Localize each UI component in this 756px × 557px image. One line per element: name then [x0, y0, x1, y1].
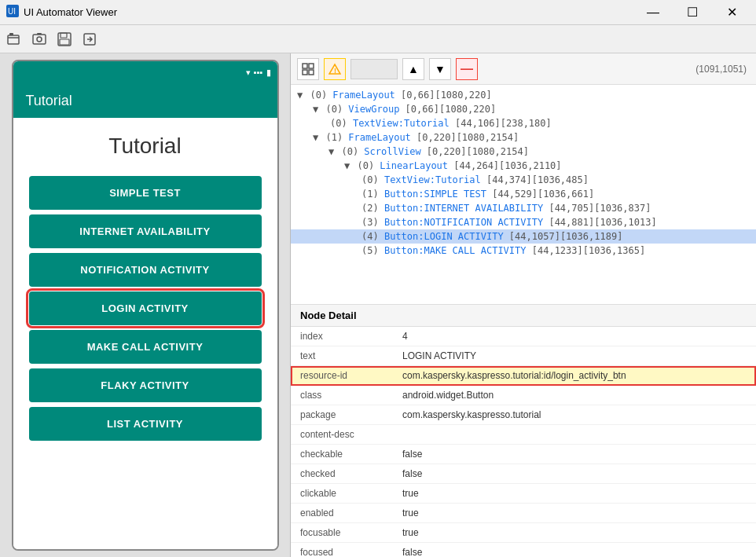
view-rect [350, 59, 398, 79]
tree-item[interactable]: (1) Button:SIMPLE TEST [44,529][1036,661… [291, 187, 756, 201]
expand-button[interactable] [297, 58, 319, 80]
tree-item[interactable]: ▼ (0) LinearLayout [44,264][1036,2110] [291, 159, 756, 173]
tree-item[interactable]: ▼ (1) FrameLayout [0,220][1080,2154] [291, 130, 756, 145]
detail-row: focusedfalse [291, 543, 756, 558]
detail-row: index4 [291, 327, 756, 346]
maximize-button[interactable]: ☐ [674, 1, 710, 24]
flaky-activity-btn[interactable]: FLAKY ACTIVITY [29, 368, 262, 402]
coordinates-label: (1091,1051) [695, 64, 747, 75]
stop-button[interactable]: — [456, 58, 478, 80]
tree-item[interactable]: ▼ (0) ScrollView [0,220][1080,2154] [291, 145, 756, 159]
close-button[interactable]: ✕ [714, 1, 750, 24]
svg-rect-11 [303, 64, 307, 68]
detail-key: checkable [291, 445, 393, 464]
save-button[interactable] [53, 28, 75, 50]
tree-item-text: (0) TextView:Tutorial [44,106][238,180] [330, 118, 552, 129]
detail-key: content-desc [291, 425, 393, 445]
detail-value: android.widget.Button [393, 386, 756, 405]
detail-key: checked [291, 464, 393, 484]
detail-table: index4textLOGIN ACTIVITYresource-idcom.k… [291, 327, 756, 557]
right-panel: ! ▲ ▼ — (1091,1051) ▼ (0) FrameLayout [0… [291, 53, 756, 557]
make-call-activity-btn[interactable]: MAKE CALL ACTIVITY [29, 330, 262, 364]
tree-item-text: (0) FrameLayout [0,66][1080,220] [310, 90, 491, 101]
detail-key: focused [291, 543, 393, 558]
main-toolbar [0, 25, 756, 53]
tree-item-text: (0) ViewGroup [0,66][1080,220] [325, 104, 496, 115]
detail-key: focusable [291, 523, 393, 543]
detail-key: enabled [291, 504, 393, 523]
svg-rect-2 [8, 35, 19, 44]
minimize-button[interactable]: — [635, 1, 671, 24]
right-toolbar: ! ▲ ▼ — (1091,1051) [291, 53, 756, 85]
down-button[interactable]: ▼ [429, 58, 451, 80]
detail-value: false [393, 543, 756, 558]
left-panel: ▾ ▪▪▪ ▮ Tutorial Tutorial SIMPLE TEST IN… [0, 53, 291, 557]
wifi-icon: ▾ [246, 68, 251, 78]
tree-item-text: (1) FrameLayout [0,220][1080,2154] [325, 132, 519, 143]
screenshot-button[interactable] [28, 28, 50, 50]
internet-availability-btn[interactable]: INTERNET AVAILABILITY [29, 214, 262, 248]
app-icon: UI [6, 5, 19, 20]
svg-rect-13 [303, 70, 307, 75]
svg-rect-3 [9, 33, 13, 35]
phone-app-title: Tutorial [26, 93, 72, 109]
detail-key: text [291, 346, 393, 366]
tree-item[interactable]: (0) TextView:Tutorial [44,106][238,180] [291, 116, 756, 130]
notification-activity-btn[interactable]: NOTIFICATION ACTIVITY [29, 253, 262, 287]
login-activity-btn[interactable]: LOGIN ACTIVITY [29, 291, 262, 325]
title-bar: UI UI Automator Viewer — ☐ ✕ [0, 0, 756, 25]
open-button[interactable] [3, 28, 25, 50]
svg-rect-8 [61, 33, 67, 38]
tree-area[interactable]: ▼ (0) FrameLayout [0,66][1080,220]▼ (0) … [291, 85, 756, 305]
phone-toolbar: Tutorial [13, 83, 277, 118]
detail-row: checkedfalse [291, 464, 756, 484]
phone-status-bar: ▾ ▪▪▪ ▮ [13, 61, 277, 83]
tree-item[interactable]: ▼ (0) ViewGroup [0,66][1080,220] [291, 102, 756, 116]
detail-row: content-desc [291, 425, 756, 445]
detail-value: com.kaspersky.kaspresso.tutorial [393, 405, 756, 425]
tree-item[interactable]: (2) Button:INTERNET AVAILABILITY [44,705… [291, 201, 756, 215]
tree-item-text: (0) LinearLayout [44,264][1036,2110] [357, 160, 561, 171]
detail-value: LOGIN ACTIVITY [393, 346, 756, 366]
svg-rect-6 [37, 33, 42, 35]
svg-point-5 [37, 37, 42, 42]
list-activity-btn[interactable]: LIST ACTIVITY [29, 407, 262, 441]
export-button[interactable] [79, 28, 101, 50]
detail-row: enabledtrue [291, 504, 756, 523]
phone-content: Tutorial SIMPLE TEST INTERNET AVAILABILI… [13, 118, 277, 549]
detail-key: index [291, 327, 393, 346]
detail-row: resource-idcom.kaspersky.kaspresso.tutor… [291, 366, 756, 386]
detail-key: package [291, 405, 393, 425]
tree-item[interactable]: (0) TextView:Tutorial [44,374][1036,485] [291, 173, 756, 187]
right-split: ▼ (0) FrameLayout [0,66][1080,220]▼ (0) … [291, 85, 756, 557]
detail-value: true [393, 504, 756, 523]
detail-value: true [393, 523, 756, 543]
tree-item[interactable]: ▼ (0) FrameLayout [0,66][1080,220] [291, 88, 756, 102]
tree-item-text: (0) ScrollView [0,220][1080,2154] [341, 146, 528, 157]
svg-text:!: ! [334, 67, 336, 75]
node-detail-header: Node Detail [291, 305, 756, 327]
up-button[interactable]: ▲ [402, 58, 424, 80]
tree-item-text: (5) Button:MAKE CALL ACTIVITY [44,1233][… [361, 245, 645, 256]
tree-item[interactable]: (4) Button:LOGIN ACTIVITY [44,1057][1036… [291, 229, 756, 244]
detail-row: checkablefalse [291, 445, 756, 464]
main-layout: ▾ ▪▪▪ ▮ Tutorial Tutorial SIMPLE TEST IN… [0, 53, 756, 557]
warning-button[interactable]: ! [324, 58, 346, 80]
tree-item-text: (1) Button:SIMPLE TEST [44,529][1036,661… [361, 189, 594, 200]
detail-value: false [393, 464, 756, 484]
svg-text:UI: UI [8, 7, 16, 16]
tree-item[interactable]: (3) Button:NOTIFICATION ACTIVITY [44,881… [291, 215, 756, 229]
detail-value: com.kaspersky.kaspresso.tutorial:id/logi… [393, 366, 756, 386]
simple-test-btn[interactable]: SIMPLE TEST [29, 176, 262, 210]
battery-icon: ▮ [266, 68, 271, 78]
tree-item-text: (2) Button:INTERNET AVAILABILITY [44,705… [361, 203, 651, 214]
detail-key: class [291, 386, 393, 405]
detail-value [393, 425, 756, 445]
window-title: UI Automator Viewer [24, 6, 635, 18]
tree-item-text: (3) Button:NOTIFICATION ACTIVITY [44,881… [361, 217, 657, 228]
tutorial-heading: Tutorial [13, 118, 277, 171]
node-detail-area: Node Detail index4textLOGIN ACTIVITYreso… [291, 305, 756, 557]
signal-icon: ▪▪▪ [254, 68, 263, 77]
detail-row: packagecom.kaspersky.kaspresso.tutorial [291, 405, 756, 425]
tree-item[interactable]: (5) Button:MAKE CALL ACTIVITY [44,1233][… [291, 244, 756, 258]
